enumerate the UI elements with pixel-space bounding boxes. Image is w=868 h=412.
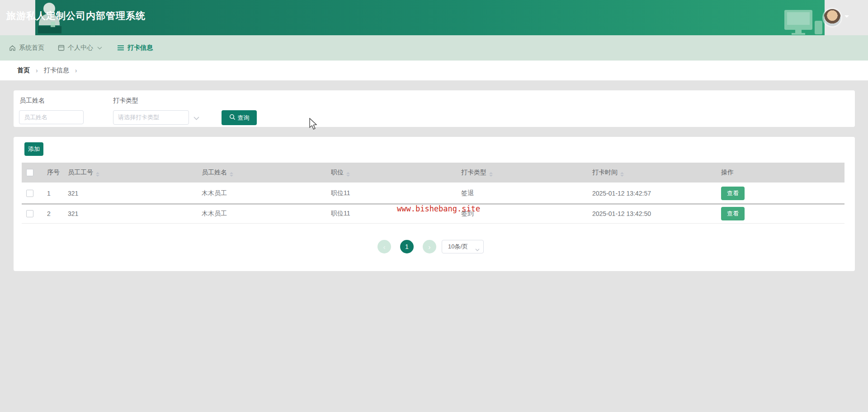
checkin-table: 序号 员工工号 员工姓名 职位 打卡类型 打卡时间 操作 1 321 木木员工 … (22, 163, 844, 224)
row-checkbox[interactable] (26, 190, 33, 197)
select-all-cell (22, 169, 38, 176)
chevron-right-icon: › (75, 67, 77, 74)
search-panel: 员工姓名 打卡类型 请选择打卡类型 查询 (14, 90, 855, 127)
view-button[interactable]: 查看 (721, 187, 745, 200)
page-size-value: 10条/页 (448, 243, 468, 251)
avatar[interactable] (824, 9, 841, 26)
view-button[interactable]: 查看 (721, 207, 745, 220)
main-nav: 系统首页 个人中心 (0, 35, 868, 61)
site-watermark: www.bishebang.site (397, 204, 480, 213)
cell-position: 职位11 (325, 189, 455, 197)
cell-name: 木木员工 (195, 189, 325, 197)
nav-item-checkin-info[interactable]: 打卡信息 (118, 35, 153, 61)
cell-time: 2025-01-12 13:42:50 (586, 210, 715, 217)
pagination-next-button[interactable]: › (423, 240, 436, 253)
page-size-select[interactable]: 10条/页 (442, 240, 484, 253)
cell-action: 查看 (715, 207, 844, 220)
book-illustration (51, 22, 55, 27)
select-placeholder: 请选择打卡类型 (118, 113, 159, 122)
breadcrumb: 首页 › 打卡信息 › (0, 61, 868, 80)
column-header-action: 操作 (715, 169, 844, 177)
sort-caret-icon[interactable] (346, 172, 350, 177)
cell-name: 木木员工 (195, 210, 325, 218)
add-button[interactable]: 添加 (24, 142, 43, 156)
query-button[interactable]: 查询 (222, 110, 257, 125)
cell-action: 查看 (715, 187, 844, 200)
home-icon (9, 45, 16, 52)
employee-name-label: 员工姓名 (19, 97, 45, 105)
panel-icon (58, 45, 65, 51)
row-checkbox[interactable] (26, 210, 33, 217)
cell-index: 2 (38, 210, 61, 217)
column-header-position[interactable]: 职位 (325, 169, 455, 177)
nav-item-label: 打卡信息 (127, 44, 153, 52)
table-header-row: 序号 员工工号 员工姓名 职位 打卡类型 打卡时间 操作 (22, 163, 844, 183)
mouse-cursor (309, 118, 318, 131)
breadcrumb-item-checkin[interactable]: 打卡信息 (44, 66, 69, 75)
app-header: 旅游私人定制公司内部管理系统 (0, 0, 868, 35)
search-icon (229, 114, 236, 122)
sort-caret-icon[interactable] (230, 172, 233, 177)
page-title: 旅游私人定制公司内部管理系统 (6, 10, 146, 22)
phone-illustration (815, 21, 822, 34)
chevron-right-icon: › (36, 67, 38, 74)
employee-name-input[interactable] (19, 110, 84, 124)
nav-item-label: 个人中心 (68, 44, 93, 52)
checkin-type-label: 打卡类型 (113, 97, 138, 105)
pagination-page-1[interactable]: 1 (400, 240, 414, 253)
chevron-down-icon (193, 114, 199, 122)
pagination-prev-button[interactable]: ‹ (377, 240, 391, 253)
breadcrumb-item-home[interactable]: 首页 (17, 66, 30, 75)
column-header-type[interactable]: 打卡类型 (455, 169, 586, 177)
caret-down-icon[interactable] (844, 15, 849, 20)
column-header-index: 序号 (38, 169, 61, 177)
sort-caret-icon[interactable] (96, 172, 99, 177)
monitor-illustration (784, 10, 812, 30)
menu-icon (118, 45, 124, 51)
page: 旅游私人定制公司内部管理系统 系统首页 (0, 0, 868, 412)
select-all-checkbox[interactable] (26, 169, 33, 176)
table-row[interactable]: 1 321 木木员工 职位11 签退 2025-01-12 13:42:57 查… (22, 183, 844, 204)
column-header-name[interactable]: 员工姓名 (195, 169, 325, 177)
chevron-down-icon (97, 47, 102, 50)
checkin-type-select[interactable]: 请选择打卡类型 (113, 110, 189, 125)
nav-item-label: 系统首页 (19, 44, 44, 52)
cell-empno: 321 (61, 190, 195, 197)
cell-index: 1 (38, 190, 61, 197)
nav-item-personal-center[interactable]: 个人中心 (58, 35, 102, 61)
row-select-cell (22, 210, 38, 217)
cell-time: 2025-01-12 13:42:57 (586, 190, 715, 197)
sort-caret-icon[interactable] (620, 172, 624, 177)
chevron-down-icon (475, 246, 480, 253)
nav-item-system-home[interactable]: 系统首页 (9, 35, 44, 61)
shelf-illustration (38, 26, 61, 33)
cell-type: 签退 (455, 189, 586, 197)
monitor-base-illustration (792, 33, 805, 35)
row-select-cell (22, 190, 38, 197)
query-button-label: 查询 (238, 114, 250, 122)
cell-empno: 321 (61, 210, 195, 217)
column-header-time[interactable]: 打卡时间 (586, 169, 715, 177)
monitor-stand-illustration (795, 30, 802, 33)
column-header-empno[interactable]: 员工工号 (61, 169, 195, 177)
sort-caret-icon[interactable] (489, 172, 493, 177)
monitor-screen-illustration (787, 12, 810, 25)
